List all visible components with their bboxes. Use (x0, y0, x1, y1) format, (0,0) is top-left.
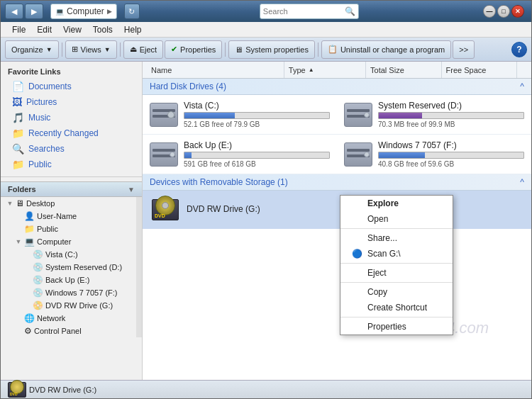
ctx-properties[interactable]: Properties (340, 319, 453, 335)
col-header-name[interactable]: Name (147, 62, 284, 78)
tree-system-reserved[interactable]: 💿 System Reserved (D:) (1, 261, 136, 274)
search-input[interactable] (263, 7, 345, 16)
computer-expand-icon: ▼ (15, 238, 22, 245)
organize-button[interactable]: Organize ▼ (5, 40, 59, 59)
tree-vista-c[interactable]: 💿 Vista (C:) (1, 248, 136, 261)
menu-view[interactable]: View (57, 23, 87, 36)
content-area: Name Type ▲ Total Size Free Space (143, 62, 531, 380)
address-bar[interactable]: 💻 Computer ▶ (50, 4, 117, 19)
type-sort-icon: ▲ (309, 67, 314, 73)
drive-system-reserved[interactable]: System Reserved (D:) 70.3 MB free of 99.… (337, 95, 531, 135)
sidebar-divider (1, 176, 142, 177)
folders-header[interactable]: Folders ▼ (1, 181, 142, 197)
organize-arrow-icon: ▼ (46, 46, 52, 53)
close-button[interactable]: ✕ (511, 5, 524, 18)
recently-changed-icon: 📁 (12, 128, 24, 139)
minimize-icon: — (487, 8, 493, 15)
win7-label: Windows 7 7057 (F:) (45, 288, 117, 297)
ctx-copy[interactable]: Copy (340, 284, 453, 300)
dvd-body: DVD (152, 199, 179, 220)
title-bar: ◀ ▶ 💻 Computer ▶ ↻ 🔍 — □ ✕ (1, 1, 531, 22)
documents-icon: 📄 (12, 81, 24, 92)
views-button[interactable]: ⊞ Views ▼ (65, 40, 117, 59)
vista-free: 52.1 GB free of 79.9 GB (184, 120, 330, 128)
sidebar-item-recently-changed[interactable]: 📁 Recently Changed (1, 125, 142, 141)
sidebar-scrollbar[interactable] (136, 197, 142, 337)
system-properties-button[interactable]: 🖥 System properties (228, 40, 315, 59)
hard-disks-chevron-icon[interactable]: ^ (520, 82, 524, 91)
properties-button[interactable]: ✔ Properties (165, 40, 222, 59)
col-header-total-size[interactable]: Total Size (366, 62, 441, 78)
drive-backup-e[interactable]: Back Up (E:) 591 GB free of 618 GB (143, 135, 337, 174)
tree-win7-f[interactable]: 💿 Windows 7 7057 (F:) (1, 286, 136, 299)
menu-help[interactable]: Help (118, 23, 148, 36)
more-button[interactable]: >> (453, 40, 475, 59)
maximize-button[interactable]: □ (497, 5, 510, 18)
desktop-icon: 🖥 (16, 198, 24, 208)
toolbar-sep-1 (62, 43, 62, 57)
sidebar-item-public[interactable]: 📁 Public (1, 157, 142, 172)
forward-button[interactable]: ▶ (25, 4, 43, 19)
dvd-label: DVD (155, 213, 165, 218)
sidebar-item-searches[interactable]: 🔍 Searches (1, 141, 142, 157)
tree-desktop[interactable]: ▼ 🖥 Desktop (1, 197, 136, 210)
toolbar-sep-3 (225, 43, 226, 57)
tree-public[interactable]: 📁 Public (1, 223, 136, 235)
back-button[interactable]: ◀ (5, 4, 23, 19)
backup-label: Back Up (E:) (45, 276, 89, 284)
close-icon: ✕ (515, 8, 521, 15)
sidebar-item-music[interactable]: 🎵 Music (1, 110, 142, 125)
ctx-share[interactable]: Share... (340, 230, 453, 246)
ctx-explore[interactable]: Explore (340, 196, 453, 211)
content-scroll[interactable]: Hard Disk Drives (4) ^ (143, 79, 531, 380)
menu-edit[interactable]: Edit (31, 23, 57, 36)
backup-bar-container (184, 152, 330, 159)
ctx-scan[interactable]: 🔵 Scan G:\ (340, 246, 453, 262)
status-drive-name: DVD RW Drive (G:) (29, 386, 96, 394)
col-header-free-space[interactable]: Free Space (442, 62, 517, 78)
eject-button[interactable]: ⏏ Eject (123, 40, 163, 59)
menu-file[interactable]: File (6, 23, 31, 36)
col-header-type[interactable]: Type ▲ (284, 62, 366, 78)
search-box[interactable]: 🔍 (260, 4, 359, 19)
tree-backup-e[interactable]: 💿 Back Up (E:) (1, 274, 136, 286)
backup-icon: 💿 (33, 275, 43, 285)
drive-win7-f[interactable]: Windows 7 7057 (F:) 40.8 GB free of 59.6… (337, 135, 531, 174)
help-button[interactable]: ? (511, 42, 527, 57)
tree-computer[interactable]: ▼ 💻 Computer (1, 235, 136, 248)
minimize-button[interactable]: — (483, 5, 496, 18)
win7-bar (379, 152, 425, 158)
tree-dvd-g[interactable]: 📀 DVD RW Drive (G:) (1, 299, 136, 312)
menu-tools[interactable]: Tools (87, 23, 118, 36)
tree-control-panel[interactable]: ⚙ Control Panel (1, 325, 136, 337)
removable-section-header[interactable]: Devices with Removable Storage (1) ^ (143, 174, 531, 191)
removable-chevron-icon[interactable]: ^ (520, 177, 524, 187)
sysres-bar-container (378, 112, 524, 119)
search-icon[interactable]: 🔍 (345, 6, 355, 16)
ctrlpanel-label: Control Panel (34, 327, 82, 335)
nav-buttons: ◀ ▶ (5, 4, 43, 19)
main-window: ◀ ▶ 💻 Computer ▶ ↻ 🔍 — □ ✕ File Edit Vie… (0, 0, 532, 399)
desktop-label: Desktop (26, 199, 55, 208)
public-tree-label: Public (37, 225, 58, 233)
sysres-drive-info: System Reserved (D:) 70.3 MB free of 99.… (378, 101, 524, 128)
ctx-open[interactable]: Open (340, 211, 453, 227)
refresh-button[interactable]: ↻ (124, 4, 140, 19)
sysres-label: System Reserved (D:) (45, 263, 122, 271)
uninstall-button[interactable]: 📋 Uninstall or change a program (321, 40, 451, 59)
tree-network[interactable]: 🌐 Network (1, 312, 136, 325)
sidebar-item-pictures[interactable]: 🖼 Pictures (1, 94, 142, 110)
computer-tree-icon: 💻 (24, 237, 35, 247)
views-icon: ⊞ (72, 45, 78, 54)
drive-dvd-g[interactable]: DVD DVD RW Drive (G:) (143, 191, 531, 229)
folder-tree: ▼ 🖥 Desktop 👤 User-Name 📁 Public (1, 197, 142, 337)
ctx-eject[interactable]: Eject (340, 265, 453, 281)
sidebar-item-documents[interactable]: 📄 Documents (1, 79, 142, 94)
refresh-icon: ↻ (128, 7, 135, 16)
hard-disks-section-header[interactable]: Hard Disk Drives (4) ^ (143, 79, 531, 95)
ctx-create-shortcut[interactable]: Create Shortcut (340, 300, 453, 315)
pictures-label: Pictures (26, 97, 57, 107)
back-icon: ◀ (11, 7, 17, 16)
drive-vista-c[interactable]: Vista (C:) 52.1 GB free of 79.9 GB (143, 95, 337, 135)
tree-username[interactable]: 👤 User-Name (1, 210, 136, 223)
